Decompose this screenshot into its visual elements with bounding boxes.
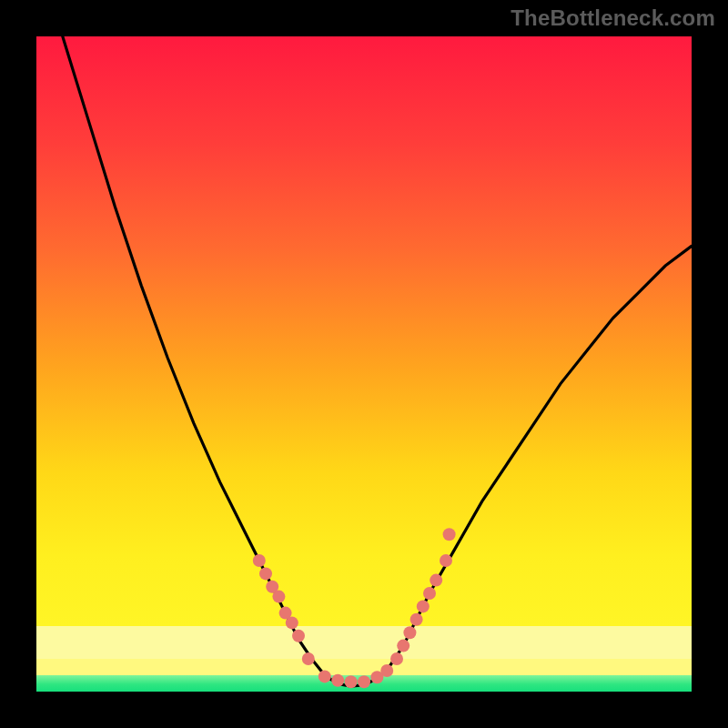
chart-frame: TheBottleneck.com <box>0 0 728 728</box>
marker-point <box>410 613 423 626</box>
marker-point <box>380 664 393 677</box>
marker-point <box>443 528 456 541</box>
attribution-text: TheBottleneck.com <box>511 5 715 31</box>
marker-point <box>440 554 452 567</box>
marker-point <box>358 675 370 688</box>
marker-point <box>253 554 266 567</box>
marker-point <box>397 640 410 652</box>
marker-point <box>345 675 358 688</box>
marker-point <box>417 600 430 612</box>
bottleneck-curve <box>63 36 692 686</box>
chart-svg <box>36 36 692 692</box>
plot-area <box>36 36 692 692</box>
marker-point <box>286 616 298 629</box>
marker-point <box>318 670 331 682</box>
marker-point <box>331 674 344 687</box>
marker-point <box>423 587 436 600</box>
marker-point <box>302 652 315 665</box>
marker-point <box>390 652 403 665</box>
marker-point <box>259 567 272 580</box>
marker-point <box>292 630 305 642</box>
marker-group <box>253 528 456 688</box>
marker-point <box>430 574 442 587</box>
marker-point <box>403 626 416 639</box>
marker-point <box>272 591 285 603</box>
